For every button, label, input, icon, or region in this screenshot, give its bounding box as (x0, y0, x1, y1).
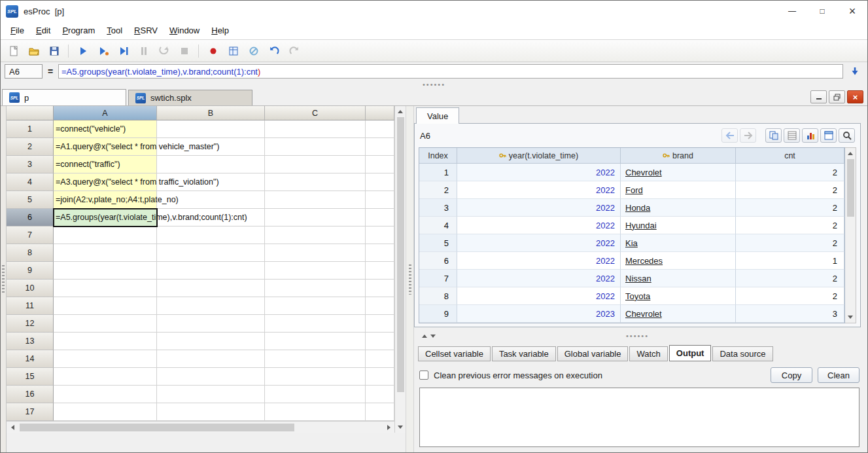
grid-cell-a[interactable] (54, 262, 157, 280)
grid-cell-a[interactable] (54, 403, 157, 421)
column-header-b[interactable]: B (157, 106, 265, 120)
grid-cell-b[interactable] (157, 333, 265, 350)
grid-cell-c[interactable] (265, 226, 366, 244)
back-icon[interactable] (721, 128, 738, 143)
row-header[interactable]: 17 (7, 403, 54, 421)
grid-cell-c[interactable] (265, 262, 366, 280)
row-header[interactable]: 5 (7, 191, 54, 209)
grid-cell-a[interactable]: =A1.query@x("select * from vehicle_maste… (54, 138, 157, 156)
column-header-partial[interactable] (366, 106, 394, 120)
row-header[interactable]: 6 (7, 209, 54, 226)
minimize-button[interactable]: — (777, 1, 807, 22)
value-index-cell[interactable]: 4 (419, 217, 457, 234)
tab-cellset-variable[interactable]: Cellset variable (418, 346, 491, 361)
vertical-splitter[interactable] (406, 106, 414, 452)
grid-cell-c[interactable] (265, 333, 366, 350)
grid-cell-b[interactable] (157, 262, 265, 280)
value-brand-cell[interactable]: Kia (621, 234, 736, 252)
grid-cell-d[interactable] (366, 297, 394, 315)
grid-cell-d[interactable] (366, 156, 394, 173)
scrollbar-thumb[interactable] (397, 117, 404, 392)
undo-icon[interactable] (265, 43, 283, 60)
list-view-icon[interactable] (784, 128, 800, 143)
tab-output[interactable]: Output (669, 345, 712, 361)
tab-watch[interactable]: Watch (629, 346, 667, 361)
tab-global-variable[interactable]: Global variable (557, 346, 629, 361)
grid-cell-d[interactable] (366, 262, 394, 280)
save-icon[interactable] (45, 43, 63, 60)
edit-form-icon[interactable] (820, 128, 837, 143)
value-index-cell[interactable]: 8 (419, 287, 457, 305)
clear-cells-icon[interactable] (245, 43, 262, 60)
row-header[interactable]: 2 (7, 138, 54, 156)
value-cnt-cell[interactable]: 2 (736, 181, 844, 199)
output-console[interactable] (419, 388, 859, 447)
grid-cell-a[interactable] (54, 315, 157, 333)
grid-cell-b[interactable] (157, 280, 265, 297)
grid-cell-c[interactable] (265, 138, 366, 156)
row-header[interactable]: 10 (7, 280, 54, 297)
header-index[interactable]: Index (419, 148, 457, 164)
grid-cell-d[interactable] (366, 173, 394, 191)
grid-cell-a[interactable]: =A3.query@x("select * from traffic_viola… (54, 173, 157, 191)
grid-cell-c[interactable] (265, 173, 366, 191)
grid-cell-c[interactable] (265, 120, 366, 138)
clean-messages-checkbox[interactable] (419, 371, 428, 380)
value-year-cell[interactable]: 2022 (457, 287, 621, 305)
grid-cell-c[interactable] (265, 403, 366, 421)
value-cnt-cell[interactable]: 2 (736, 287, 844, 305)
tab-value[interactable]: Value (416, 107, 459, 124)
search-icon[interactable] (839, 128, 855, 143)
value-year-cell[interactable]: 2022 (457, 199, 621, 217)
value-index-cell[interactable]: 5 (419, 234, 457, 252)
redo-icon[interactable] (285, 43, 303, 60)
row-header[interactable]: 11 (7, 297, 54, 315)
header-year[interactable]: year(t.violate_time) (457, 148, 621, 164)
header-cnt[interactable]: cnt (736, 148, 844, 164)
grid-cell-d[interactable] (366, 280, 394, 297)
scroll-right-icon[interactable] (383, 422, 394, 433)
row-header[interactable]: 4 (7, 173, 54, 191)
grid-cell-d[interactable] (366, 386, 394, 403)
grid-cell-b[interactable] (157, 120, 265, 138)
grid-cell-b[interactable] (157, 403, 265, 421)
scroll-left-icon[interactable] (7, 422, 18, 433)
grid-cell-a[interactable]: =join(A2:v,plate_no;A4:t,plate_no) (54, 191, 157, 209)
grid-cell-c[interactable] (265, 315, 366, 333)
value-year-cell[interactable]: 2022 (457, 252, 621, 270)
grid-cell-b[interactable] (157, 315, 265, 333)
grid-vertical-scrollbar[interactable] (394, 106, 406, 433)
value-index-cell[interactable]: 9 (419, 305, 457, 323)
grid-cell-b[interactable] (157, 386, 265, 403)
chart-icon[interactable] (802, 128, 818, 143)
value-table-scrollbar[interactable] (845, 147, 856, 323)
value-brand-cell[interactable]: Honda (621, 199, 736, 217)
panel-splitter[interactable]: •••••• (414, 327, 861, 344)
value-year-cell[interactable]: 2022 (457, 181, 621, 199)
horizontal-splitter[interactable]: •••••• (1, 81, 867, 88)
grid-cell-b[interactable] (157, 350, 265, 368)
value-index-cell[interactable]: 7 (419, 270, 457, 287)
value-brand-cell[interactable]: Chevrolet (621, 164, 736, 181)
row-header[interactable]: 13 (7, 333, 54, 350)
expand-formula-icon[interactable] (846, 64, 863, 79)
value-cnt-cell[interactable]: 2 (736, 234, 844, 252)
value-year-cell[interactable]: 2023 (457, 305, 621, 323)
grid-cell-a[interactable] (54, 350, 157, 368)
left-collapse-handle[interactable] (1, 106, 7, 452)
grid-cell-d[interactable] (366, 209, 394, 226)
child-close-icon[interactable]: × (847, 90, 863, 103)
step-execute-icon[interactable] (114, 43, 132, 60)
grid-cell-d[interactable] (366, 244, 394, 262)
value-cnt-cell[interactable]: 2 (736, 164, 844, 181)
value-cnt-cell[interactable]: 2 (736, 217, 844, 234)
grid-cell-c[interactable] (265, 244, 366, 262)
tab-task-variable[interactable]: Task variable (492, 346, 556, 361)
grid-cell-d[interactable] (366, 191, 394, 209)
formula-input[interactable]: =A5.groups(year(t.violate_time),v.brand;… (58, 64, 843, 79)
grid-cell-a[interactable] (54, 280, 157, 297)
new-file-icon[interactable] (5, 43, 22, 60)
value-cnt-cell[interactable]: 2 (736, 270, 844, 287)
grid-cell-b[interactable] (157, 156, 265, 173)
grid-horizontal-scrollbar[interactable] (7, 421, 394, 433)
